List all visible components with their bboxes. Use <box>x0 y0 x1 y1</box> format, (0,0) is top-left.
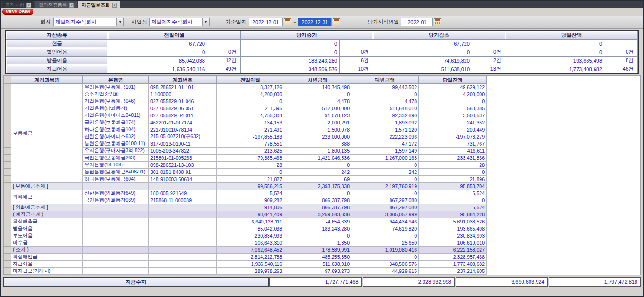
row-indicator[interactable] <box>4 225 11 232</box>
bank-name-cell[interactable]: 국민은행(보통예금174) <box>83 119 149 126</box>
account-no-cell[interactable]: 148-910003-50604 <box>149 176 217 183</box>
amount-cell[interactable]: -197,855,183 <box>217 133 284 140</box>
amount-cell[interactable]: 211,395 <box>217 105 284 112</box>
account-name-cell[interactable]: 외상매입금 <box>11 254 83 261</box>
calendar-icon[interactable] <box>333 18 340 25</box>
bank-name-cell[interactable] <box>83 218 149 225</box>
amount-cell[interactable]: 92,332,890 <box>351 112 419 119</box>
account-no-cell[interactable]: 1-100000 <box>149 91 217 98</box>
account-no-cell[interactable]: 462201-01-017174 <box>149 119 217 126</box>
account-no-cell[interactable]: 098-286521-01-101 <box>149 84 217 91</box>
amount-cell[interactable]: 7,062,648,452 <box>217 247 284 254</box>
amount-cell[interactable]: -98,641,409 <box>217 211 284 218</box>
amount-cell[interactable]: 778,551 <box>217 140 284 148</box>
row-indicator[interactable] <box>4 218 11 225</box>
account-no-cell[interactable]: 301-0151-8408-91 <box>149 169 217 176</box>
bank-name-cell[interactable]: 기업은행(보통예금046) <box>83 98 149 105</box>
amount-cell[interactable]: 233,431,836 <box>419 155 487 162</box>
bank-name-cell[interactable] <box>83 225 149 232</box>
account-name-cell[interactable]: 지급어음 <box>11 261 83 268</box>
summary-row-label[interactable]: 현금 <box>6 40 108 48</box>
amount-cell[interactable]: 47,172 <box>351 140 419 148</box>
amount-cell[interactable]: 1,936,540,116 <box>217 261 284 268</box>
row-indicator[interactable] <box>4 232 11 239</box>
row-indicator[interactable] <box>4 133 11 140</box>
amount-cell[interactable]: 0 <box>284 232 351 239</box>
summary-row-label[interactable]: 받을어음 <box>6 57 108 65</box>
amount-cell[interactable]: 241,352 <box>419 119 487 126</box>
account-no-cell[interactable] <box>149 232 217 239</box>
amount-cell[interactable]: -197,078,279 <box>419 133 487 140</box>
account-no-cell[interactable] <box>149 254 217 261</box>
amount-cell[interactable]: 511,648,010 <box>351 105 419 112</box>
period-start-input[interactable] <box>401 18 433 26</box>
row-indicator[interactable] <box>4 261 11 268</box>
tab-resolution-slip-entry[interactable]: 결의전표등록x <box>35 1 77 8</box>
amount-cell[interactable]: 28 <box>217 162 284 169</box>
row-indicator[interactable] <box>4 247 11 254</box>
amount-cell[interactable]: 91,078,123 <box>284 112 351 119</box>
amount-cell[interactable]: 866,387,798 <box>284 197 351 204</box>
amount-cell[interactable]: 5,524 <box>419 204 487 211</box>
amount-cell[interactable]: 106,619,010 <box>419 239 487 247</box>
row-indicator[interactable] <box>4 98 11 105</box>
account-name-cell[interactable]: 미지급금(거래처) <box>11 268 83 275</box>
amount-cell[interactable]: 213,625 <box>217 148 284 155</box>
row-indicator[interactable] <box>4 197 11 204</box>
amount-cell[interactable]: 271,491 <box>217 126 284 133</box>
tab-close-icon[interactable]: x <box>112 3 117 8</box>
amount-cell[interactable]: 348,506,576 <box>351 261 419 268</box>
amount-cell[interactable]: 3,259,563,636 <box>284 211 351 218</box>
bank-name-cell[interactable]: 국민은행(외화통장039) <box>83 197 149 204</box>
bank-name-cell[interactable] <box>83 239 149 247</box>
amount-cell[interactable]: 2,328,957,438 <box>419 254 487 261</box>
amount-cell[interactable]: 2,393,175,838 <box>284 183 351 190</box>
amount-cell[interactable]: 95,858,704 <box>419 183 487 190</box>
menu-open-button[interactable]: MENU OPEN <box>2 9 33 15</box>
amount-cell[interactable]: 2,197,760,919 <box>351 183 419 190</box>
amount-cell[interactable]: 193,665,498 <box>419 225 487 232</box>
bank-name-cell[interactable]: 우리은행(보통예금101) <box>83 84 149 91</box>
account-no-cell[interactable]: 027-055829-04-011 <box>149 112 217 119</box>
account-no-cell[interactable] <box>149 268 217 275</box>
amount-cell[interactable]: 914,806 <box>217 204 284 211</box>
summary-row-label[interactable]: 지급어음 <box>6 65 108 73</box>
account-no-cell[interactable] <box>149 183 217 190</box>
amount-cell[interactable]: 230,834,993 <box>419 232 487 239</box>
account-no-cell[interactable]: 027-055829-06-051 <box>149 105 217 112</box>
amount-cell[interactable]: 944,434,946 <box>351 218 419 225</box>
base-date-to-input[interactable] <box>298 18 332 26</box>
row-indicator[interactable] <box>4 105 11 112</box>
amount-cell[interactable]: 867,297,080 <box>351 204 419 211</box>
bank-name-cell[interactable] <box>83 261 149 268</box>
amount-cell[interactable]: 25,650 <box>351 239 419 247</box>
amount-cell[interactable]: 1,421,046,536 <box>284 155 351 162</box>
account-no-cell[interactable]: 180-005-921649 <box>149 190 217 197</box>
account-no-cell[interactable] <box>149 247 217 254</box>
amount-cell[interactable]: 237,214,605 <box>419 268 487 275</box>
bank-name-cell[interactable]: 하나은행(보통예금104) <box>83 126 149 133</box>
amount-cell[interactable]: 0 <box>419 197 487 204</box>
account-no-cell[interactable] <box>149 211 217 218</box>
amount-cell[interactable]: 49,629,122 <box>419 84 487 91</box>
row-indicator[interactable] <box>4 119 11 126</box>
amount-cell[interactable]: 0 <box>351 254 419 261</box>
amount-cell[interactable]: 6,640,128,111 <box>217 218 284 225</box>
bank-name-cell[interactable]: 기업은행(마이너스04011) <box>83 112 149 119</box>
account-name-cell[interactable]: 부도어음 <box>11 232 83 239</box>
amount-cell[interactable]: 1,350 <box>284 239 351 247</box>
row-indicator[interactable] <box>4 268 11 275</box>
amount-cell[interactable]: 4,478 <box>284 98 351 105</box>
amount-cell[interactable]: 2,000,291 <box>284 119 351 126</box>
amount-cell[interactable]: 2,814,212,788 <box>217 254 284 261</box>
amount-cell[interactable]: 4,200,000 <box>217 91 284 98</box>
row-indicator[interactable] <box>4 183 11 190</box>
bank-name-cell[interactable]: 신한은행(마이너스632) <box>83 133 149 140</box>
amount-cell[interactable]: 200,449 <box>419 126 487 133</box>
amount-cell[interactable]: 0 <box>419 98 487 105</box>
account-no-cell[interactable] <box>149 239 217 247</box>
bank-name-cell[interactable] <box>83 268 149 275</box>
amount-cell[interactable]: 0 <box>351 190 419 197</box>
account-no-cell[interactable]: 098-286521-13-103 <box>149 162 217 169</box>
amount-cell[interactable]: 0 <box>351 162 419 169</box>
